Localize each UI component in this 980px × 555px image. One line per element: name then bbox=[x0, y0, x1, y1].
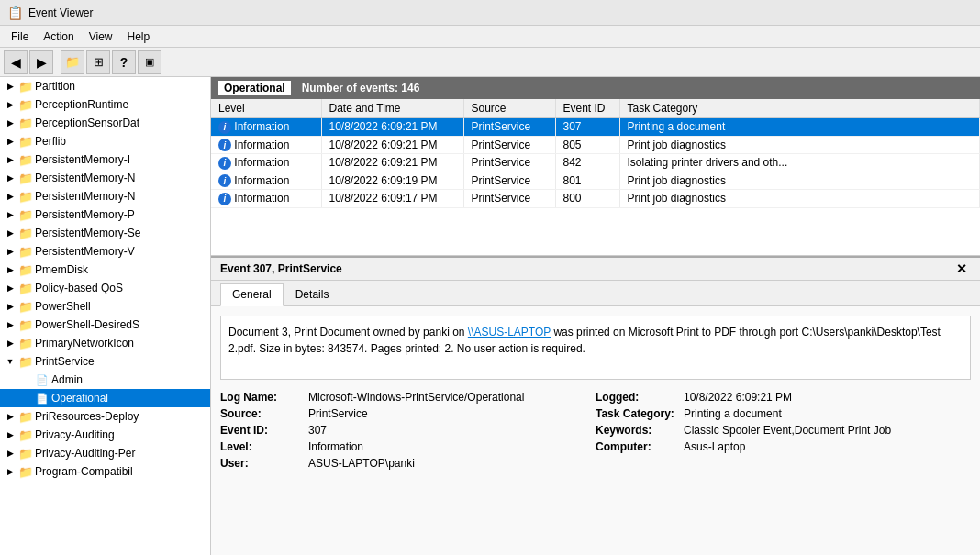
detail-row-logname: Log Name: Microsoft-Windows-PrintService… bbox=[220, 389, 596, 405]
cell-eventid: 801 bbox=[555, 172, 619, 190]
expand-icon: ▶ bbox=[4, 137, 17, 146]
col-source: Source bbox=[463, 99, 555, 118]
sidebar-item-persistentMemoryP[interactable]: ▶📁PersistentMemory-P bbox=[0, 205, 210, 224]
value-computer: Asus-Laptop bbox=[684, 440, 745, 453]
sidebar-item-perflib[interactable]: ▶📁Perflib bbox=[0, 132, 210, 150]
table-row[interactable]: i Information10/8/2022 6:09:21 PMPrintSe… bbox=[211, 154, 980, 172]
cell-datetime: 10/8/2022 6:09:17 PM bbox=[321, 190, 463, 208]
menu-file[interactable]: File bbox=[4, 28, 36, 45]
table-row[interactable]: i Information10/8/2022 6:09:21 PMPrintSe… bbox=[211, 136, 980, 154]
value-eventid: 307 bbox=[308, 424, 327, 437]
events-table: Level Date and Time Source Event ID Task… bbox=[211, 99, 980, 208]
detail-row-logged: Logged: 10/8/2022 6:09:21 PM bbox=[596, 389, 971, 405]
expand-icon: ▶ bbox=[4, 82, 17, 91]
detail-row-user: User: ASUS-LAPTOP\panki bbox=[220, 455, 596, 472]
menu-help[interactable]: Help bbox=[120, 28, 158, 45]
menu-action[interactable]: Action bbox=[36, 28, 81, 45]
table-row[interactable]: i Information10/8/2022 6:09:21 PMPrintSe… bbox=[211, 118, 980, 137]
detail-row-source: Source: PrintService bbox=[220, 405, 596, 422]
sidebar-item-admin[interactable]: 📄Admin bbox=[0, 371, 210, 389]
event-detail-header: Event 307, PrintService ✕ bbox=[211, 258, 980, 281]
label-user: User: bbox=[220, 457, 303, 470]
sidebar-item-label: PerceptionRuntime bbox=[35, 98, 128, 111]
cell-eventid: 800 bbox=[555, 190, 619, 208]
folder-icon: 📁 bbox=[18, 409, 33, 424]
tab-details[interactable]: Details bbox=[284, 283, 341, 305]
sidebar-item-persistentMemoryN[interactable]: ▶📁PersistentMemory-N bbox=[0, 169, 210, 187]
folder-icon: 📁 bbox=[18, 354, 33, 369]
cell-eventid: 842 bbox=[555, 154, 619, 172]
back-button[interactable]: ◀ bbox=[4, 50, 28, 74]
sidebar-item-label: PowerShell-DesiredS bbox=[35, 318, 139, 331]
sidebar-item-pmemDisk[interactable]: ▶📁PmemDisk bbox=[0, 261, 210, 279]
cell-source: PrintService bbox=[463, 190, 555, 208]
help-button[interactable]: ? bbox=[112, 50, 136, 74]
sidebar-item-privacyAuditing[interactable]: ▶📁Privacy-Auditing bbox=[0, 426, 210, 444]
cell-taskcategory: Print job diagnostics bbox=[619, 136, 980, 154]
sidebar-item-perceptionSensorDat[interactable]: ▶📁PerceptionSensorDat bbox=[0, 114, 210, 132]
sidebar-item-powerShell[interactable]: ▶📁PowerShell bbox=[0, 297, 210, 316]
events-table-container: Operational Number of events: 146 Level … bbox=[211, 77, 980, 256]
forward-button[interactable]: ▶ bbox=[29, 50, 53, 74]
sidebar-item-programCompatibil[interactable]: ▶📁Program-Compatibil bbox=[0, 462, 210, 481]
sidebar-item-persistentMemoryI[interactable]: ▶📁PersistentMemory-I bbox=[0, 150, 210, 169]
sidebar-item-perceptionRuntime[interactable]: ▶📁PerceptionRuntime bbox=[0, 95, 210, 114]
sidebar-item-primaryNetworkIcon[interactable]: ▶📁PrimaryNetworkIcon bbox=[0, 334, 210, 352]
event-count: Number of events: 146 bbox=[302, 82, 420, 94]
cell-source: PrintService bbox=[463, 118, 555, 137]
sidebar-item-operational[interactable]: 📄Operational bbox=[0, 389, 210, 407]
info-icon: i bbox=[218, 193, 231, 205]
col-eventid: Event ID bbox=[555, 99, 619, 118]
sidebar-item-label: PersistentMemory-V bbox=[35, 245, 135, 258]
sidebar-item-persistentMemoryN2[interactable]: ▶📁PersistentMemory-N bbox=[0, 187, 210, 205]
open-folder-button[interactable]: 📁 bbox=[61, 50, 84, 74]
info-icon: i bbox=[218, 174, 231, 187]
detail-row-taskcategory: Task Category: Printing a document bbox=[596, 405, 971, 422]
sidebar-item-policyQoS[interactable]: ▶📁Policy-based QoS bbox=[0, 279, 210, 297]
page-icon: 📄 bbox=[35, 372, 50, 387]
sidebar-item-partition[interactable]: ▶📁Partition bbox=[0, 77, 210, 95]
cell-datetime: 10/8/2022 6:09:21 PM bbox=[321, 154, 463, 172]
extra-button[interactable]: ▣ bbox=[138, 50, 161, 74]
sidebar-item-printService[interactable]: ▼📁PrintService bbox=[0, 352, 210, 371]
value-logged: 10/8/2022 6:09:21 PM bbox=[684, 391, 792, 404]
table-row[interactable]: i Information10/8/2022 6:09:19 PMPrintSe… bbox=[211, 172, 980, 190]
sidebar-item-label: PersistentMemory-I bbox=[35, 153, 130, 166]
sidebar-item-persistentMemorySe[interactable]: ▶📁PersistentMemory-Se bbox=[0, 224, 210, 242]
detail-row-keywords: Keywords: Classic Spooler Event,Document… bbox=[596, 422, 971, 438]
table-row[interactable]: i Information10/8/2022 6:09:17 PMPrintSe… bbox=[211, 190, 980, 208]
tab-general[interactable]: General bbox=[220, 283, 284, 306]
page-icon: 📄 bbox=[35, 391, 50, 405]
cell-datetime: 10/8/2022 6:09:19 PM bbox=[321, 172, 463, 190]
folder-icon: 📁 bbox=[18, 336, 33, 350]
value-source: PrintService bbox=[308, 407, 368, 420]
sidebar-item-priResourcesDeploy[interactable]: ▶📁PriResources-Deploy bbox=[0, 407, 210, 426]
view-button[interactable]: ⊞ bbox=[86, 50, 110, 74]
expand-icon: ▶ bbox=[4, 339, 17, 348]
detail-content: Document 3, Print Document owned by pank… bbox=[211, 306, 980, 481]
expand-icon: ▶ bbox=[4, 192, 17, 201]
menu-view[interactable]: View bbox=[82, 28, 120, 45]
close-detail-button[interactable]: ✕ bbox=[952, 261, 971, 276]
detail-right-col: Logged: 10/8/2022 6:09:21 PM Task Catego… bbox=[596, 389, 971, 472]
col-taskcategory: Task Category bbox=[619, 99, 980, 118]
sidebar-item-persistentMemoryV[interactable]: ▶📁PersistentMemory-V bbox=[0, 242, 210, 261]
expand-icon: ▶ bbox=[4, 467, 17, 476]
sidebar-item-powerShellDesired[interactable]: ▶📁PowerShell-DesiredS bbox=[0, 316, 210, 334]
folder-icon: 📁 bbox=[18, 152, 33, 167]
expand-icon: ▶ bbox=[4, 283, 17, 293]
value-taskcategory: Printing a document bbox=[684, 407, 782, 420]
folder-icon: 📁 bbox=[18, 189, 33, 204]
event-detail: Event 307, PrintService ✕ General Detail… bbox=[211, 256, 980, 555]
expand-icon: ▶ bbox=[4, 302, 17, 311]
asus-laptop-link[interactable]: \\ASUS-LAPTOP bbox=[468, 326, 551, 339]
sidebar-item-label: Perflib bbox=[35, 135, 66, 148]
detail-row-level: Level: Information bbox=[220, 438, 596, 455]
sidebar-item-label: PrintService bbox=[35, 355, 95, 368]
detail-tabs: General Details bbox=[211, 281, 980, 306]
label-eventid: Event ID: bbox=[220, 424, 303, 437]
expand-icon: ▶ bbox=[4, 265, 17, 274]
cell-taskcategory: Print job diagnostics bbox=[619, 190, 980, 208]
sidebar-item-privacyAuditingPer[interactable]: ▶📁Privacy-Auditing-Per bbox=[0, 444, 210, 462]
folder-icon: 📁 bbox=[18, 299, 33, 314]
